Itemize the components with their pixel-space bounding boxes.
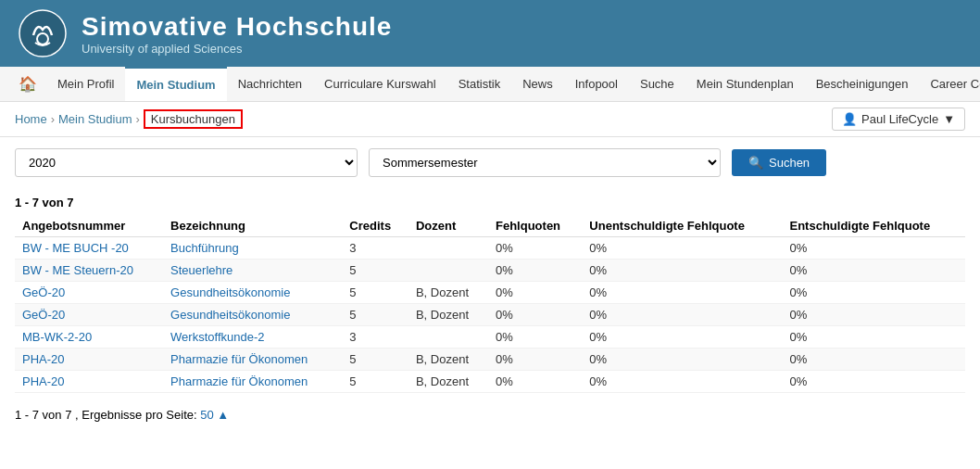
table-cell: 5 xyxy=(342,349,408,371)
col-credits: Credits xyxy=(342,215,408,237)
table-cell: 0% xyxy=(782,304,965,326)
nav-mein-profil[interactable]: Mein Profil xyxy=(46,68,125,100)
table-cell: B, Dozent xyxy=(408,349,488,371)
table-row: PHA-20Pharmazie für Ökonomen5B, Dozent0%… xyxy=(15,371,965,393)
semester-select[interactable]: Sommersemester Wintersemester xyxy=(369,148,721,177)
table-row: GeÖ-20Gesundheitsökonomie5B, Dozent0%0%0… xyxy=(15,282,965,304)
table-cell: 0% xyxy=(782,326,965,349)
table-cell: 0% xyxy=(582,282,782,304)
search-label: Suchen xyxy=(769,156,810,170)
footer-summary: 1 - 7 von 7 xyxy=(15,408,71,422)
search-button[interactable]: 🔍 Suchen xyxy=(732,149,826,176)
table-cell xyxy=(408,237,488,260)
cell-angebotsnummer[interactable]: PHA-20 xyxy=(15,371,163,393)
col-bezeichnung: Bezeichnung xyxy=(163,215,342,237)
nav-suche[interactable]: Suche xyxy=(629,68,685,100)
table-row: MB-WK-2-20Werkstoffkunde-230%0%0% xyxy=(15,326,965,349)
breadcrumb-sep-1: › xyxy=(51,112,55,126)
cell-bezeichnung[interactable]: Pharmazie für Ökonomen xyxy=(163,371,342,393)
cell-bezeichnung[interactable]: Gesundheitsökonomie xyxy=(163,304,342,326)
table-header-row: Angebotsnummer Bezeichnung Credits Dozen… xyxy=(15,215,965,237)
cell-angebotsnummer[interactable]: MB-WK-2-20 xyxy=(15,326,163,349)
breadcrumb-home[interactable]: Home xyxy=(15,112,47,126)
table-cell: 5 xyxy=(342,282,408,304)
table-cell: 0% xyxy=(782,260,965,282)
cell-bezeichnung[interactable]: Werkstoffkunde-2 xyxy=(163,326,342,349)
table-cell: 0% xyxy=(488,304,582,326)
nav-mein-studium[interactable]: Mein Studium xyxy=(125,67,226,101)
dropdown-icon: ▼ xyxy=(943,112,955,126)
nav-curriculare-kurswahl[interactable]: Curriculare Kurswahl xyxy=(313,68,447,100)
header-title: Simovative Hochschule University of appl… xyxy=(82,12,392,56)
cell-bezeichnung[interactable]: Gesundheitsökonomie xyxy=(163,282,342,304)
table-cell: 5 xyxy=(342,260,408,282)
table-cell: 0% xyxy=(488,282,582,304)
table-cell: B, Dozent xyxy=(408,371,488,393)
table-row: BW - ME BUCH -20Buchführung30%0%0% xyxy=(15,237,965,260)
table-cell xyxy=(408,326,488,349)
nav-nachrichten[interactable]: Nachrichten xyxy=(227,68,313,100)
nav-infopool[interactable]: Infopool xyxy=(564,68,629,100)
table-row: BW - ME Steuern-20Steuerlehre50%0%0% xyxy=(15,260,965,282)
search-icon: 🔍 xyxy=(748,156,763,170)
table-cell: 0% xyxy=(488,371,582,393)
filter-row: 2020 2019 2018 2021 Sommersemester Winte… xyxy=(0,137,980,188)
nav-bescheinigungen[interactable]: Bescheinigungen xyxy=(805,68,920,100)
table-cell: 0% xyxy=(782,282,965,304)
table-cell: B, Dozent xyxy=(408,304,488,326)
site-subtitle: University of applied Sciences xyxy=(82,42,392,56)
footer-count: 1 - 7 von 7 , Ergebnisse pro Seite: 50 ▲ xyxy=(0,400,980,429)
col-fehlquoten: Fehlquoten xyxy=(488,215,582,237)
table-cell: 0% xyxy=(488,260,582,282)
table-cell: 3 xyxy=(342,237,408,260)
nav-statistik[interactable]: Statistik xyxy=(447,68,512,100)
cell-angebotsnummer[interactable]: BW - ME BUCH -20 xyxy=(15,237,163,260)
col-unentschuldigte: Unentschuldigte Fehlquote xyxy=(582,215,782,237)
cell-bezeichnung[interactable]: Buchführung xyxy=(163,237,342,260)
per-page-link[interactable]: 50 ▲ xyxy=(200,408,229,422)
col-angebotsnummer: Angebotsnummer xyxy=(15,215,163,237)
cell-bezeichnung[interactable]: Steuerlehre xyxy=(163,260,342,282)
footer-results-label: , Ergebnisse pro Seite: xyxy=(75,408,197,422)
table-cell: 5 xyxy=(342,304,408,326)
table-area: 1 - 7 von 7 Angebotsnummer Bezeichnung C… xyxy=(0,188,980,400)
table-cell: 0% xyxy=(582,371,782,393)
table-cell xyxy=(408,260,488,282)
nav-home[interactable]: 🏠 xyxy=(9,68,46,100)
table-cell: 0% xyxy=(782,371,965,393)
table-cell: 3 xyxy=(342,326,408,349)
table-cell: 0% xyxy=(488,237,582,260)
navbar: 🏠 Mein Profil Mein Studium Nachrichten C… xyxy=(0,67,980,102)
user-name: Paul LifeCycle xyxy=(861,112,938,126)
table-cell: 0% xyxy=(782,349,965,371)
breadcrumb-bar: Home › Mein Studium › Kursbuchungen 👤 Pa… xyxy=(0,102,980,137)
cell-angebotsnummer[interactable]: GeÖ-20 xyxy=(15,282,163,304)
col-entschuldigte: Entschuldigte Fehlquote xyxy=(782,215,965,237)
user-icon: 👤 xyxy=(842,112,857,126)
header: Simovative Hochschule University of appl… xyxy=(0,0,980,67)
cell-angebotsnummer[interactable]: GeÖ-20 xyxy=(15,304,163,326)
table-cell: B, Dozent xyxy=(408,282,488,304)
cell-bezeichnung[interactable]: Pharmazie für Ökonomen xyxy=(163,349,342,371)
nav-mein-stundenplan[interactable]: Mein Stundenplan xyxy=(685,68,805,100)
table-row: GeÖ-20Gesundheitsökonomie5B, Dozent0%0%0… xyxy=(15,304,965,326)
col-dozent: Dozent xyxy=(408,215,488,237)
breadcrumb-mein-studium[interactable]: Mein Studium xyxy=(58,112,132,126)
result-count: 1 - 7 von 7 xyxy=(15,196,965,209)
table-cell: 0% xyxy=(582,304,782,326)
table-cell: 0% xyxy=(488,349,582,371)
nav-career-center[interactable]: Career Center xyxy=(919,68,980,100)
cell-angebotsnummer[interactable]: BW - ME Steuern-20 xyxy=(15,260,163,282)
table-cell: 0% xyxy=(582,260,782,282)
nav-news[interactable]: News xyxy=(511,68,564,100)
site-title: Simovative Hochschule xyxy=(82,12,392,42)
table-cell: 0% xyxy=(488,326,582,349)
courses-table: Angebotsnummer Bezeichnung Credits Dozen… xyxy=(15,215,965,393)
year-select[interactable]: 2020 2019 2018 2021 xyxy=(15,148,358,177)
user-menu-button[interactable]: 👤 Paul LifeCycle ▼ xyxy=(832,108,965,131)
table-cell: 0% xyxy=(582,237,782,260)
breadcrumb-sep-2: › xyxy=(136,112,140,126)
cell-angebotsnummer[interactable]: PHA-20 xyxy=(15,349,163,371)
table-row: PHA-20Pharmazie für Ökonomen5B, Dozent0%… xyxy=(15,349,965,371)
table-cell: 0% xyxy=(782,237,965,260)
